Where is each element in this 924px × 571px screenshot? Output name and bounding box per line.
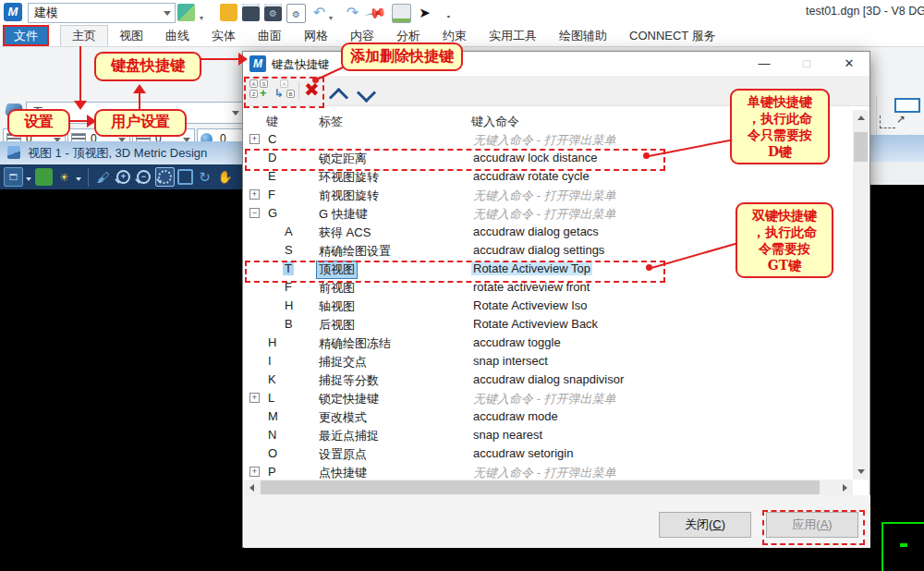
display-style-icon[interactable] [35,168,53,186]
move-up-button[interactable] [329,88,348,107]
table-row-I[interactable]: I捕捉交点snap intersect [244,352,852,371]
table-row-O[interactable]: O设置原点accudraw setorigin [244,444,852,463]
undo-icon[interactable]: ↶ [310,4,328,21]
zoom-in-icon[interactable]: + [115,168,132,186]
expand-icon[interactable]: + [249,393,260,403]
scrollbar-thumb[interactable] [261,480,820,494]
save-icon[interactable] [242,4,260,21]
table-row-P[interactable]: +P点快捷键无键入命令 - 打开弹出菜单 [244,463,852,480]
scrollbar-thumb[interactable] [854,132,868,162]
table-row-B[interactable]: B后视图Rotate Activeview Back [244,315,852,334]
redo-icon[interactable]: ↷ [344,4,361,21]
tab-11[interactable]: 绘图辅助 [548,25,618,46]
table-row-F[interactable]: +F前视图旋转无键入命令 - 打开弹出菜单 [244,186,852,204]
table-row-H[interactable]: H精确绘图冻结accudraw toggle [244,334,852,352]
cell-label: 锁定距离 [317,151,369,167]
cell-keyin: accudraw toggle [471,335,563,349]
compress-file-icon[interactable]: ⚙ [286,4,306,23]
cell-label: 捕捉等分数 [317,372,381,389]
collapse-icon[interactable]: − [249,208,260,218]
table-row-F[interactable]: F前视图rotate activeview front [244,278,852,297]
tab-6[interactable]: 网格 [293,25,339,46]
view-attributes-icon[interactable]: 🗔 [4,167,23,187]
style-icon[interactable] [177,4,195,21]
expand-icon[interactable]: + [249,134,260,144]
view-canvas[interactable] [870,185,924,571]
cell-keyin: rotate activeview front [471,280,591,294]
view-canvas[interactable] [0,189,242,571]
select-cursor-icon[interactable]: ➤ [416,4,433,21]
close-window-button[interactable]: ✕ [834,54,864,74]
table-row-L[interactable]: +L锁定快捷键无键入命令 - 打开弹出菜单 [244,389,852,407]
dialog-title: 键盘快捷键 [272,57,330,73]
application-window: M 建模 ▾ ⚙ ⚙ ↶ ▾ ↷ 📌 ➤ ⹀ test01.dgn [3D - … [0,0,924,571]
window-area-icon[interactable] [155,167,175,187]
table-row-E[interactable]: E环视图旋转accudraw rotate cycle [244,167,852,186]
cell-keyin: accudraw mode [471,409,560,423]
open-folder-icon[interactable] [220,4,237,21]
toolbar-overflow-icon[interactable]: ⹀ [440,7,457,25]
cell-label: 环视图旋转 [317,169,381,186]
scroll-down-icon[interactable] [853,464,869,480]
move-down-button[interactable] [357,83,376,103]
zoom-out-icon[interactable]: − [135,168,152,186]
annotation-line [200,58,238,60]
close-button[interactable]: 关闭(C) [659,512,751,538]
app-logo-icon[interactable]: M [4,3,22,21]
cell-label: 前视图旋转 [317,188,381,204]
update-view-brush-icon[interactable]: 🖌 [94,168,112,186]
new-sub-shortcut-button[interactable]: A ↳ B [274,79,298,102]
scroll-right-icon[interactable] [837,480,853,495]
cell-label: 精确绘图设置 [317,243,393,260]
scroll-left-icon[interactable] [244,480,260,495]
cell-key: E [266,169,278,183]
view-cube-icon [7,146,20,159]
column-header-keyin[interactable]: 键入命令 [471,114,519,130]
cell-key: L [266,391,276,405]
ribbon-tab-bar: 文件主页视图曲线实体曲面网格内容分析约束实用工具绘图辅助CONNECT 服务 [0,25,924,47]
lighting-sun-icon[interactable]: ☀ [55,168,73,186]
table-row-N[interactable]: N最近点捕捉snap nearest [244,426,852,444]
pin-icon[interactable]: 📌 [364,0,388,24]
table-row-H[interactable]: H轴视图Rotate Activeview Iso [244,297,852,315]
scroll-up-icon[interactable] [853,110,869,126]
tab-4[interactable]: 实体 [201,25,247,46]
view-canvas[interactable] [242,548,870,571]
vertical-scrollbar[interactable] [853,110,869,480]
chevron-down-icon[interactable] [26,177,31,184]
chevron-down-icon[interactable] [76,177,81,184]
expand-icon[interactable]: + [249,189,260,200]
column-header-key[interactable]: 键 [266,114,278,130]
tab-3[interactable]: 曲线 [154,25,201,46]
callout-user-settings: 用户设置 [94,109,187,137]
tab-12[interactable]: CONNECT 服务 [618,25,727,46]
workflow-selector[interactable]: 建模 [28,3,176,23]
drawing-element-line [881,522,883,571]
table-row-K[interactable]: K捕捉等分数accudraw dialog snapdivisor [244,371,852,389]
move-tool-shape-icon [894,98,920,113]
move-tool-arrow-icon: ↗ [896,113,906,126]
cell-keyin: accudraw setorigin [471,446,575,460]
tab-5[interactable]: 曲面 [247,25,293,46]
cell-keyin: Rotate Activeview Back [471,317,600,331]
print-icon[interactable] [392,4,411,23]
view-title: 视图 1 - 顶视图, 3D Metric Design [28,141,207,164]
new-shortcut-button[interactable]: AS Z+ [249,79,273,102]
tab-2[interactable]: 视图 [108,25,154,46]
fit-view-icon[interactable] [177,169,193,185]
tab-1[interactable]: 主页 [60,25,108,46]
cell-key: O [266,446,279,460]
tab-10[interactable]: 实用工具 [478,25,548,46]
pan-hand-icon[interactable]: ✋ [216,168,234,186]
expand-icon[interactable]: + [249,467,260,477]
apply-button[interactable]: 应用(A) [766,512,858,538]
rotate-view-icon[interactable]: ↻ [196,168,213,186]
column-header-label[interactable]: 标签 [319,114,343,130]
tab-file[interactable]: 文件 [3,25,49,46]
horizontal-scrollbar[interactable] [244,480,853,495]
shortcuts-table: +C无键入命令 - 打开弹出菜单D锁定距离accudraw lock dista… [244,130,852,480]
table-row-M[interactable]: M更改模式accudraw mode [244,407,852,426]
save-settings-icon[interactable]: ⚙ [264,4,282,21]
dialog-title-bar[interactable]: M 键盘快捷键 — □ ✕ [243,52,869,76]
minimize-button[interactable]: — [749,54,779,74]
